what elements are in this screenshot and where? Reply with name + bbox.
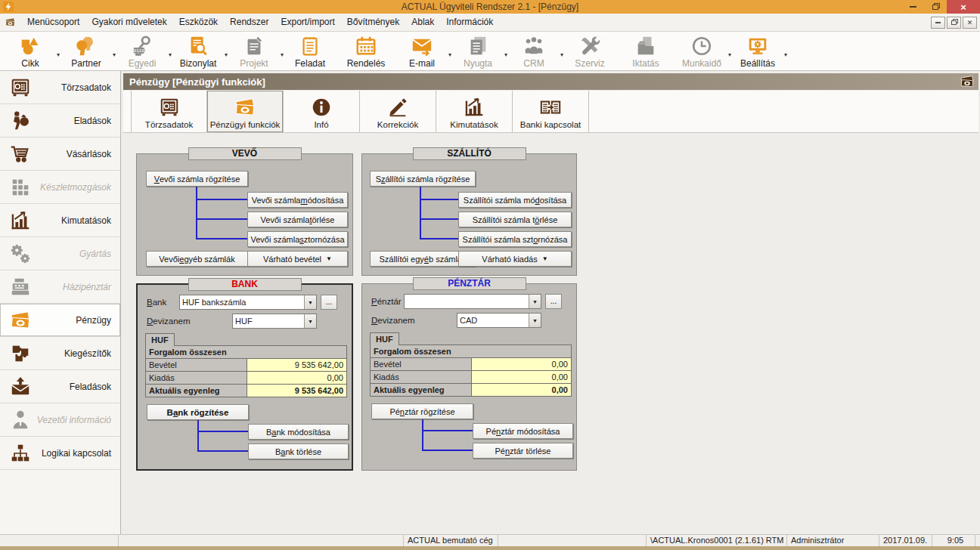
chevron-down-icon[interactable]: ▾ [780, 51, 791, 58]
toolbar-item-beallitas[interactable]: Beállítás [735, 34, 780, 69]
status-bar: ACTUAL bemutató cég\ACTUAL.Kronos0001 (2… [0, 534, 980, 546]
chevron-down-icon[interactable]: ▼ [529, 295, 541, 308]
szallito-varhato-dropdown-button[interactable]: Várható kiadás▼ [458, 251, 572, 267]
tab-info[interactable]: Infó [284, 91, 360, 132]
table-row: Kiadás0,00 [146, 372, 347, 385]
sidebar-item-label: Eladások [32, 116, 111, 126]
sidebar-item-label: Törzsadatok [32, 82, 111, 93]
vevo-modositas-button[interactable]: Vevői számla módosítása [247, 192, 348, 208]
connector-line [422, 450, 473, 451]
tab-banki-kapcsolat[interactable]: Banki kapcsolat [513, 91, 589, 132]
status-cell-4: \ACTUAL.Kronos0001 (2.1.61) RTM [647, 535, 787, 546]
chevron-down-icon[interactable]: ▾ [109, 51, 119, 58]
sidebar: TörzsadatokEladásokVásárlásokKészletmozg… [0, 71, 121, 534]
menu-home-icon[interactable] [5, 17, 16, 28]
penztar-more-button[interactable]: ... [545, 294, 562, 309]
szallito-modositas-button[interactable]: Szállítói számla módosítása [458, 192, 572, 208]
chevron-down-icon[interactable]: ▼ [304, 295, 316, 309]
bank-modositas-button[interactable]: Bank módosítása [248, 424, 349, 440]
chevron-down-icon[interactable]: ▾ [53, 51, 64, 58]
menu-item-gyakori-muveletek[interactable]: Gyakori műveletek [85, 14, 172, 31]
chevron-down-icon: ▾ [724, 51, 735, 58]
sidebar-item-label: Logikai kapcsolat [32, 448, 111, 459]
close-button[interactable]: × [947, 0, 980, 14]
sidebar-item-eladasok[interactable]: Eladások [0, 104, 120, 138]
menu-item-informaciok[interactable]: Információk [440, 14, 499, 31]
penztar-account-select[interactable]: ▼ [404, 294, 541, 309]
vevo-rogzites-button[interactable]: Vevői számla rögzítése [146, 171, 248, 187]
cart-icon [9, 143, 32, 165]
vevo-sztorno-button[interactable]: Vevői számla sztornózása [247, 231, 348, 247]
menu-item-eszkozok[interactable]: Eszközök [173, 14, 224, 31]
toolbar-item-feladat[interactable]: Feladat [287, 34, 333, 69]
toolbar-item-projekt: Projekt [231, 34, 277, 69]
menu-items: MenücsoportGyakori műveletekEszközökRend… [21, 14, 499, 31]
vevo-torles-button[interactable]: Vevői számla törlése [247, 212, 348, 227]
vevo-egyeb-szamlak-button[interactable]: Vevői egyéb számlák [146, 251, 248, 267]
toolbar-item-crm: CRM [511, 34, 557, 69]
szallito-rogzites-button[interactable]: Szállítói számla rögzítése [370, 171, 476, 187]
sidebar-item-vasarlasok[interactable]: Vásárlások [0, 138, 120, 171]
toolbar-item-partner[interactable]: Partner [64, 34, 109, 69]
chevron-down-icon[interactable]: ▼ [529, 314, 541, 327]
connector-line [196, 218, 247, 220]
content-area: Pénzügy [Pénzügyi funkciók] TörzsadatokP… [121, 71, 980, 534]
bank-more-button[interactable]: ... [321, 295, 337, 310]
connector-line [196, 238, 247, 239]
tab-kimutatasok[interactable]: Kimutatások [436, 91, 513, 132]
menu-item-export-import[interactable]: Export/import [274, 14, 340, 31]
tab-penzugyi-funkciok[interactable]: Pénzügyi funkciók [207, 91, 284, 132]
bank-currency-tab[interactable]: HUF [145, 333, 175, 346]
bank-rogzites-button[interactable]: Bank rögzítése [147, 404, 249, 420]
menu-item-menucsoport[interactable]: Menücsoport [21, 14, 85, 31]
sidebar-item-torzsadatok[interactable]: Törzsadatok [0, 71, 120, 104]
chevron-down-icon[interactable]: ▾ [221, 51, 231, 58]
bank-currency-select[interactable]: HUF▼ [232, 314, 317, 329]
sidebar-item-logikai-kapcsolat[interactable]: Logikai kapcsolat [0, 437, 120, 470]
connector-line [420, 187, 421, 239]
penztar-rogzites-button[interactable]: Pénztár rögzítése [371, 403, 473, 419]
tab-korrekciok[interactable]: Korrekciók [360, 91, 436, 132]
penztar-account-label: Pénztár [371, 297, 402, 306]
penztar-currency-tab[interactable]: HUF [370, 332, 399, 345]
bank-totals-table: Forgalom összesenBevétel9 535 642,00Kiad… [145, 345, 347, 397]
tab-torzsadatok[interactable]: Törzsadatok [131, 91, 207, 132]
toolbar-item-bizonylat[interactable]: Bizonylat [175, 34, 221, 69]
restore-button[interactable] [924, 0, 947, 14]
minimize-button[interactable] [901, 0, 924, 14]
penztar-currency-select[interactable]: CAD▼ [457, 313, 541, 328]
szallito-torles-button[interactable]: Szállítói számla törlése [458, 212, 572, 227]
menu-item-ablak[interactable]: Ablak [405, 14, 440, 31]
main-area: TörzsadatokEladásokVásárlásokKészletmozg… [0, 71, 980, 534]
bank-torles-button[interactable]: Bank törlése [248, 443, 349, 459]
sidebar-item-feladasok[interactable]: Feladások [0, 370, 120, 403]
sidebar-item-kimutatasok[interactable]: Kimutatások [0, 204, 120, 237]
toolbar-item-rendeles[interactable]: Rendelés [343, 34, 389, 69]
sidebar-item-penzugy[interactable]: Pénzügy [0, 304, 120, 337]
mdi-minimize-button[interactable] [931, 17, 945, 29]
toolbar-item-e-mail[interactable]: E-mail [399, 34, 445, 69]
chevron-down-icon[interactable]: ▼ [304, 314, 316, 328]
money-icon [234, 96, 256, 119]
sidebar-item-keszletmozgasok: Készletmozgások [0, 171, 120, 204]
vevo-varhato-dropdown-button[interactable]: Várható bevétel▼ [247, 251, 348, 267]
toolbar-item-cikk[interactable]: Cikk [8, 34, 53, 69]
chevron-down-icon[interactable]: ▾ [445, 51, 455, 58]
connector-line [422, 430, 473, 431]
sidebar-item-kiegeszitok[interactable]: Kiegészítők [0, 337, 120, 370]
szallito-sztorno-button[interactable]: Szállítói számla sztornózása [458, 231, 572, 247]
menu-item-rendszer[interactable]: Rendszer [224, 14, 274, 31]
penztar-modositas-button[interactable]: Pénztár módosítása [473, 423, 573, 439]
penztar-torles-button[interactable]: Pénztár törlése [473, 443, 573, 459]
shapes-icon [19, 35, 42, 57]
mdi-restore-button[interactable] [947, 17, 961, 29]
mdi-close-button[interactable]: ✕ [963, 17, 977, 29]
person-icon [9, 409, 32, 431]
edit-icon [386, 96, 409, 119]
register-icon [9, 276, 32, 298]
panel-title: VEVŐ [188, 147, 302, 160]
menu-item-bovitmenyek[interactable]: Bővítmények [341, 14, 405, 31]
penztar-currency-label: Devizanem [371, 316, 415, 325]
bank-account-select[interactable]: HUF bankszámla▼ [179, 295, 317, 310]
sidebar-item-label: Kimutatások [32, 215, 111, 226]
